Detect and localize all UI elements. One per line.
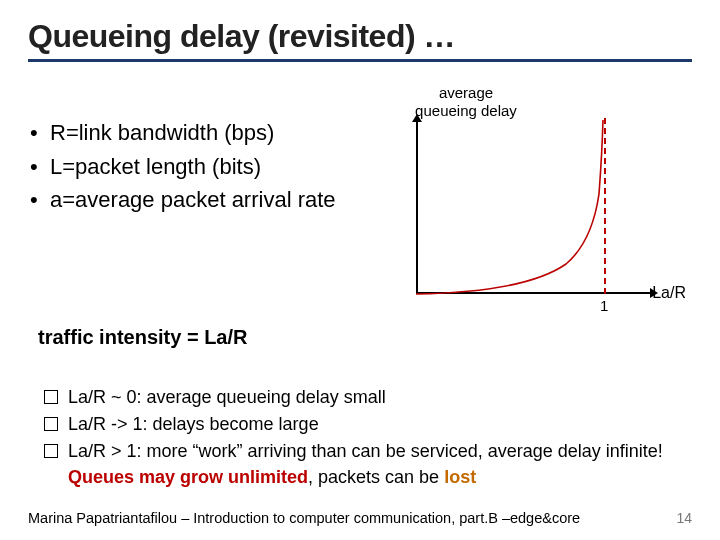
def-item: L=packet length (bits) [28,152,338,182]
highlight-queues: Queues may grow unlimited [68,467,308,487]
chart-ylabel: average queueing delay [406,84,526,120]
footer-attribution: Marina Papatriantafilou – Introduction t… [28,510,580,526]
case-item: La/R > 1: more “work” arriving than can … [44,439,692,489]
cases-list: La/R ~ 0: average queueing delay small L… [28,385,692,490]
definitions-list: R=link bandwidth (bps) L=packet length (… [28,84,338,314]
x-tick-1: 1 [600,297,608,314]
page-title: Queueing delay (revisited) … [28,18,692,55]
case-item: La/R -> 1: delays become large [44,412,692,437]
delay-chart: average queueing delay 1 La/R [356,84,692,314]
x-axis-label: La/R [652,284,686,302]
page-number: 14 [676,510,692,526]
def-item: R=link bandwidth (bps) [28,118,338,148]
case-item: La/R ~ 0: average queueing delay small [44,385,692,410]
bullet-box-icon [44,390,58,404]
bullet-box-icon [44,417,58,431]
traffic-intensity-formula: traffic intensity = La/R [38,326,692,349]
bullet-box-icon [44,444,58,458]
def-item: a=average packet arrival rate [28,185,338,215]
highlight-lost: lost [444,467,476,487]
delay-curve [416,124,646,294]
